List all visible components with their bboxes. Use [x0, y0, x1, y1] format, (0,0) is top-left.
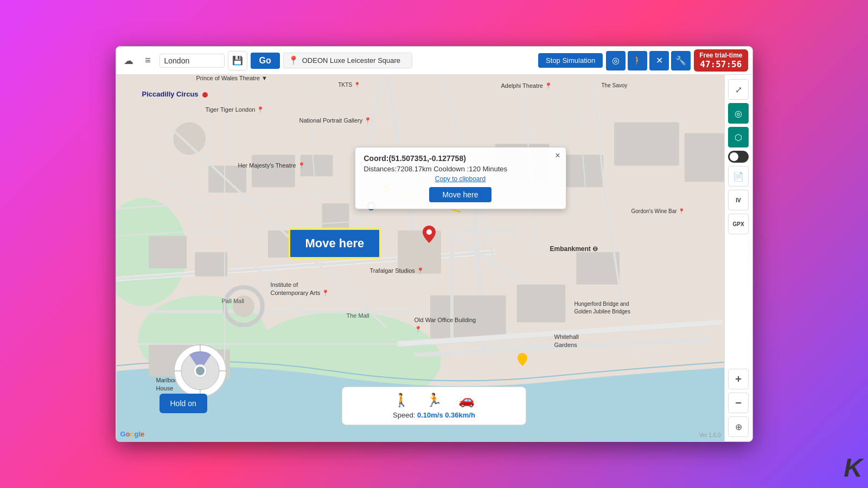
svg-point-15	[233, 296, 254, 317]
speed-icons: 🚶 🏃 🚗	[393, 393, 475, 408]
speed-text: Speed: 0.10m/s 0.36km/h	[393, 411, 475, 419]
cloud-icon[interactable]: ☁	[120, 53, 137, 69]
svg-rect-20	[322, 203, 349, 228]
map-area[interactable]: Piccadilly Circus Prince of Wales Theatr…	[116, 47, 752, 441]
destination-bar: 📍 ODEON Luxe Leicester Square	[283, 53, 412, 68]
target-btn[interactable]: ◎	[606, 51, 626, 70]
trial-badge: Free trial-time 47:57:56	[694, 49, 748, 72]
popup-move-here-btn[interactable]: Move here	[429, 187, 491, 202]
save-icon-btn[interactable]: 💾	[228, 51, 247, 70]
svg-rect-23	[560, 155, 603, 187]
k-logo: K	[844, 453, 863, 483]
top-right-icons: ◎ 🚶 ✕ 🔧	[606, 51, 691, 70]
popup-coord-text: Coord:(51.507351,-0.127758)	[364, 154, 557, 163]
doc-btn[interactable]: 📄	[728, 166, 749, 187]
list-icon[interactable]: ≡	[140, 53, 156, 69]
app-window: Piccadilly Circus Prince of Wales Theatr…	[116, 46, 753, 442]
run-speed-icon[interactable]: 🏃	[426, 393, 442, 408]
svg-rect-17	[251, 155, 295, 187]
speed-value: 0.10m/s 0.36km/h	[417, 411, 475, 419]
svg-rect-18	[300, 155, 333, 176]
svg-rect-28	[430, 296, 506, 339]
top-bar: ☁ ≡ 💾 Go 📍 ODEON Luxe Leicester Square S…	[116, 47, 752, 75]
right-panel: ⤢ ◎ ⬡ 📄 IV GPX + − ⊕	[724, 75, 752, 441]
city-input[interactable]	[159, 54, 225, 68]
drive-speed-icon[interactable]: 🚗	[458, 393, 475, 408]
walk-mode-btn[interactable]: 🚶	[628, 51, 647, 70]
walk-speed-icon[interactable]: 🚶	[393, 393, 410, 408]
hold-on-button[interactable]: Hold on	[159, 394, 207, 413]
gpx-btn[interactable]: GPX	[728, 214, 749, 234]
compass-widget	[173, 344, 227, 398]
svg-point-59	[196, 367, 205, 375]
destination-text: ODEON Luxe Leicester Square	[302, 56, 400, 65]
svg-rect-29	[516, 285, 565, 323]
go-button[interactable]: Go	[251, 53, 280, 69]
popup-dist-text: Distances:7208.17km Cooldown :120 Minute…	[364, 165, 557, 173]
tools-btn[interactable]: 🔧	[671, 51, 691, 70]
svg-point-13	[173, 123, 206, 155]
stop-simulation-button[interactable]: Stop Simulation	[538, 53, 603, 68]
locate-btn[interactable]: ◎	[728, 103, 749, 124]
expand-btn[interactable]: ⤢	[728, 79, 749, 100]
settings-btn[interactable]: ✕	[649, 51, 669, 70]
svg-rect-27	[195, 252, 227, 277]
iv-btn[interactable]: IV	[728, 190, 749, 210]
svg-rect-26	[149, 236, 187, 268]
svg-point-50	[426, 229, 432, 235]
popup-copy-btn[interactable]: Copy to clipboard	[364, 175, 557, 183]
zoom-in-btn[interactable]: +	[728, 369, 749, 389]
contrast-toggle[interactable]	[728, 151, 749, 163]
speed-bar: 🚶 🏃 🚗 Speed: 0.10m/s 0.36km/h	[342, 387, 526, 425]
red-marker	[423, 226, 436, 245]
svg-rect-24	[614, 123, 679, 166]
trial-title: Free trial-time	[699, 52, 742, 59]
gold-marker-1	[518, 353, 527, 368]
zoom-out-btn[interactable]: −	[728, 393, 749, 413]
popup-close-btn[interactable]: ×	[555, 151, 560, 160]
compass-btn[interactable]: ⊕	[728, 416, 749, 437]
large-move-here-button[interactable]: Move here	[289, 228, 381, 259]
trial-time: 47:57:56	[699, 59, 742, 69]
dest-icon: 📍	[288, 55, 299, 66]
version-text: Ver 1.6.0	[699, 432, 720, 438]
google-logo: Google	[120, 430, 145, 438]
svg-rect-30	[576, 252, 620, 285]
coord-popup: × Coord:(51.507351,-0.127758) Distances:…	[355, 147, 566, 209]
layer-btn[interactable]: ⬡	[728, 127, 749, 147]
